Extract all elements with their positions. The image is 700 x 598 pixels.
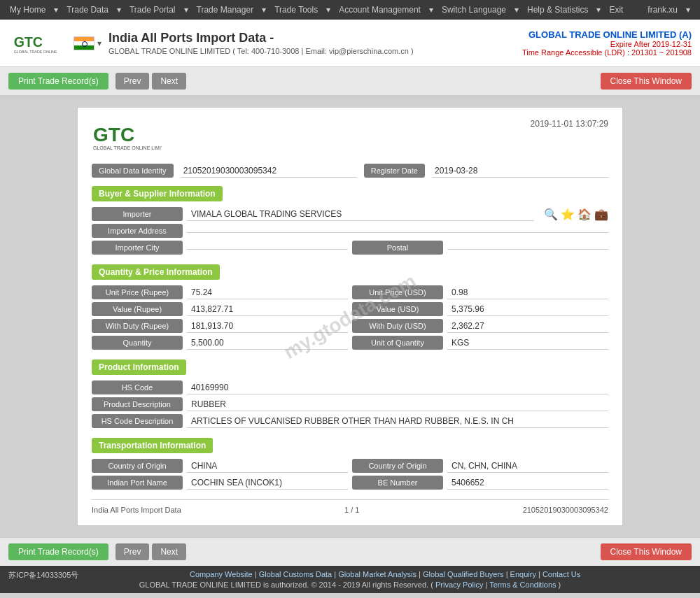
nav-user-dropdown: ▾ — [682, 5, 694, 15]
time-range-info: Time Range Accessible (LDR) : 201301 ~ 2… — [522, 48, 692, 57]
qty-label-1: Value (Rupee) — [92, 302, 183, 316]
bottom-action-bar: Print Trade Record(s) Prev Next Close Th… — [0, 537, 700, 566]
close-button-top[interactable]: Close This Window — [601, 73, 692, 90]
qty-label-2: With Duty (Rupee) — [92, 319, 183, 333]
nav-exit[interactable]: Exit — [605, 5, 627, 15]
footer-link-0[interactable]: Company Website — [190, 570, 253, 578]
hs-code-value: 40169990 — [187, 381, 608, 394]
terms-link[interactable]: Terms & Conditions — [489, 581, 556, 589]
svg-text:GLOBAL TRADE ONLINE LIMITED: GLOBAL TRADE ONLINE LIMITED — [93, 145, 162, 150]
trans-label2-0: Country of Origin — [352, 459, 443, 473]
buyer-supplier-section: Buyer & Supplier Information Importer VI… — [92, 186, 608, 255]
postal-value — [447, 246, 608, 250]
next-button-top[interactable]: Next — [152, 73, 186, 90]
print-button-bottom[interactable]: Print Trade Record(s) — [8, 543, 108, 560]
hs-code-desc-value: ARTICLES OF VULCANISED RUBBER OTHER THAN… — [187, 415, 608, 428]
company-name: GLOBAL TRADE ONLINE LIMITED (A) — [522, 29, 692, 40]
header-right: GLOBAL TRADE ONLINE LIMITED (A) Expire A… — [522, 29, 692, 57]
footer-link-3[interactable]: Global Qualified Buyers — [423, 570, 504, 578]
expire-info: Expire After 2019-12-31 — [522, 40, 692, 48]
transportation-header: Transportation Information — [92, 438, 213, 453]
register-date-label: Register Date — [364, 164, 425, 178]
importer-icons: 🔍 ⭐ 🏠 💼 — [544, 208, 608, 221]
nav-trade-manager[interactable]: Trade Manager — [192, 5, 258, 15]
nav-group-bottom: Prev Next — [115, 543, 186, 560]
india-flag — [74, 36, 94, 50]
importer-city-row: Importer City Postal — [92, 241, 608, 255]
nav-trade-portal[interactable]: Trade Portal — [125, 5, 180, 15]
qty-value-2: 181,913.70 — [187, 320, 348, 333]
hs-code-desc-row: HS Code Description ARTICLES OF VULCANIS… — [92, 414, 608, 428]
nav-switch-language[interactable]: Switch Language — [438, 5, 510, 15]
transportation-section: Transportation Information Country of Or… — [92, 438, 608, 490]
importer-city-label: Importer City — [92, 241, 183, 255]
top-action-bar: Print Trade Record(s) Prev Next Close Th… — [0, 67, 700, 96]
nav-trade-data[interactable]: Trade Data — [62, 5, 113, 15]
postal-label: Postal — [352, 241, 443, 255]
card-footer: India All Ports Import Data 1 / 1 210520… — [92, 499, 608, 514]
footer-link-2[interactable]: Global Market Analysis — [338, 570, 416, 578]
product-desc-label: Product Description — [92, 397, 183, 411]
icp-number: 苏ICP备14033305号 — [8, 570, 78, 581]
star-icon[interactable]: ⭐ — [561, 208, 575, 221]
product-fields: HS Code 40169990 Product Description RUB… — [92, 380, 608, 428]
product-desc-value: RUBBER — [187, 398, 608, 411]
footer-link-1[interactable]: Global Customs Data — [259, 570, 332, 578]
svg-text:GTC: GTC — [93, 124, 134, 145]
nav-trade-tools[interactable]: Trade Tools — [270, 5, 322, 15]
card-logo-area: GTC GLOBAL TRADE ONLINE LIMITED — [92, 119, 162, 155]
record-card-wrapper: GTC GLOBAL TRADE ONLINE LIMITED 2019-11-… — [14, 107, 686, 526]
footer-link-5[interactable]: Contact Us — [542, 570, 580, 578]
qty-value2-1: 5,375.96 — [447, 303, 608, 316]
user-info: frank.xu — [643, 5, 682, 15]
quantity-price-header: Quantity & Price Information — [92, 264, 220, 280]
trans-value2-1: 5406652 — [447, 476, 608, 490]
search-icon[interactable]: 🔍 — [544, 208, 558, 221]
qty-label2-2: With Duty (USD) — [352, 319, 443, 333]
page-title: India All Ports Import Data - — [108, 31, 522, 45]
card-gtc-logo: GTC GLOBAL TRADE ONLINE LIMITED — [92, 119, 162, 155]
logo-area: GTC GLOBAL TRADE ONLINE ▾ — [8, 29, 108, 57]
footer-link-4[interactable]: Enquiry — [510, 570, 536, 578]
qty-row-1: Value (Rupee) 413,827.71 Value (USD) 5,3… — [92, 302, 608, 316]
print-button-top[interactable]: Print Trade Record(s) — [8, 73, 108, 90]
trans-label-1: Indian Port Name — [92, 476, 183, 490]
next-button-bottom[interactable]: Next — [152, 543, 186, 560]
importer-row: Importer VIMALA GLOBAL TRADING SERVICES … — [92, 207, 608, 221]
prev-button-bottom[interactable]: Prev — [115, 543, 150, 560]
register-date-value: 2019-03-28 — [432, 164, 608, 178]
close-button-bottom[interactable]: Close This Window — [601, 543, 692, 560]
header-subtitle: GLOBAL TRADE ONLINE LIMITED ( Tel: 400-7… — [108, 47, 522, 55]
global-data-identity-value: 21052019030003095342 — [181, 164, 357, 178]
nav-my-home[interactable]: My Home — [6, 5, 50, 15]
briefcase-icon[interactable]: 💼 — [594, 208, 608, 221]
site-footer: 苏ICP备14033305号 Company Website | Global … — [0, 566, 700, 593]
product-desc-row: Product Description RUBBER — [92, 397, 608, 411]
prev-button-top[interactable]: Prev — [115, 73, 150, 90]
nav-help-statistics[interactable]: Help & Statistics — [523, 5, 592, 15]
qty-label-0: Unit Price (Rupee) — [92, 285, 183, 299]
nav-account-management[interactable]: Account Management — [335, 5, 425, 15]
qty-label2-1: Value (USD) — [352, 302, 443, 316]
trans-row-1: Indian Port Name COCHIN SEA (INCOK1) BE … — [92, 476, 608, 490]
qty-value-1: 413,827.71 — [187, 303, 348, 316]
buyer-supplier-fields: Importer VIMALA GLOBAL TRADING SERVICES … — [92, 207, 608, 255]
product-header: Product Information — [92, 359, 186, 375]
svg-text:GTC: GTC — [14, 34, 43, 49]
buyer-supplier-header: Buyer & Supplier Information — [92, 186, 223, 201]
trans-row-0: Country of Origin CHINA Country of Origi… — [92, 459, 608, 473]
copyright: GLOBAL TRADE ONLINE LIMITED is authorize… — [139, 581, 428, 589]
hs-code-desc-label: HS Code Description — [92, 414, 183, 428]
privacy-policy-link[interactable]: Privacy Policy — [435, 581, 483, 589]
home-icon[interactable]: 🏠 — [578, 208, 592, 221]
nav-group-top: Prev Next — [115, 73, 186, 90]
card-datetime: 2019-11-01 13:07:29 — [531, 119, 608, 129]
qty-value2-2: 2,362.27 — [447, 320, 608, 333]
gtc-logo: GTC GLOBAL TRADE ONLINE — [8, 29, 61, 57]
card-header: GTC GLOBAL TRADE ONLINE LIMITED 2019-11-… — [92, 119, 608, 155]
header-title-area: India All Ports Import Data - GLOBAL TRA… — [108, 31, 522, 55]
footer-left: India All Ports Import Data — [92, 506, 181, 514]
qty-label-3: Quantity — [92, 336, 183, 350]
flag-dropdown[interactable]: ▾ — [97, 38, 102, 48]
footer-right: 21052019030003095342 — [523, 506, 608, 514]
